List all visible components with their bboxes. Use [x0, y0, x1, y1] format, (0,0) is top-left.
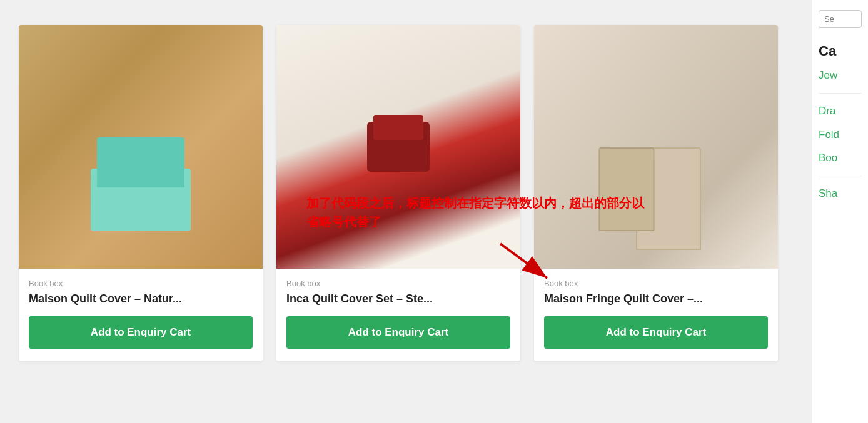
product-grid: Book box Maison Quilt Cover – Natur... A…: [19, 25, 799, 361]
sidebar-search-input[interactable]: [819, 10, 862, 28]
product-thumbnail-1: [19, 25, 263, 269]
product-category-1: Book box: [29, 279, 253, 288]
sidebar-link-3[interactable]: Fold: [819, 127, 862, 142]
add-to-enquiry-cart-button-2[interactable]: Add to Enquiry Cart: [286, 316, 510, 349]
product-category-3: Book box: [544, 279, 768, 288]
product-image-3: [534, 25, 778, 269]
sidebar-link-4[interactable]: Boo: [819, 151, 862, 166]
product-image-1: [19, 25, 263, 269]
product-body-2: Book box Inca Quilt Cover Set – Ste... A…: [276, 269, 520, 361]
product-card-1: Book box Maison Quilt Cover – Natur... A…: [19, 25, 263, 361]
add-to-enquiry-cart-button-3[interactable]: Add to Enquiry Cart: [544, 316, 768, 349]
product-image-2: [276, 25, 520, 269]
page-wrapper: Book box Maison Quilt Cover – Natur... A…: [0, 0, 868, 423]
sidebar-link-1[interactable]: Jew: [819, 68, 862, 83]
sidebar-divider-2: [819, 176, 862, 176]
product-thumbnail-2: [276, 25, 520, 269]
product-card-3: Book box Maison Fringe Quilt Cover –... …: [534, 25, 778, 361]
sidebar-link-2[interactable]: Dra: [819, 104, 862, 119]
product-thumbnail-3: [534, 25, 778, 269]
product-title-2: Inca Quilt Cover Set – Ste...: [286, 292, 510, 306]
product-body-3: Book box Maison Fringe Quilt Cover –... …: [534, 269, 778, 361]
product-body-1: Book box Maison Quilt Cover – Natur... A…: [19, 269, 263, 361]
product-card-2: Book box Inca Quilt Cover Set – Ste... A…: [276, 25, 520, 361]
sidebar-link-5[interactable]: Sha: [819, 186, 862, 201]
sidebar-heading: Ca: [819, 43, 862, 59]
sidebar-right: Ca Jew Dra Fold Boo Sha: [812, 0, 868, 423]
product-category-2: Book box: [286, 279, 510, 288]
product-title-3: Maison Fringe Quilt Cover –...: [544, 292, 768, 306]
product-title-1: Maison Quilt Cover – Natur...: [29, 292, 253, 306]
main-content: Book box Maison Quilt Cover – Natur... A…: [0, 0, 812, 423]
add-to-enquiry-cart-button-1[interactable]: Add to Enquiry Cart: [29, 316, 253, 349]
sidebar-divider-1: [819, 93, 862, 94]
